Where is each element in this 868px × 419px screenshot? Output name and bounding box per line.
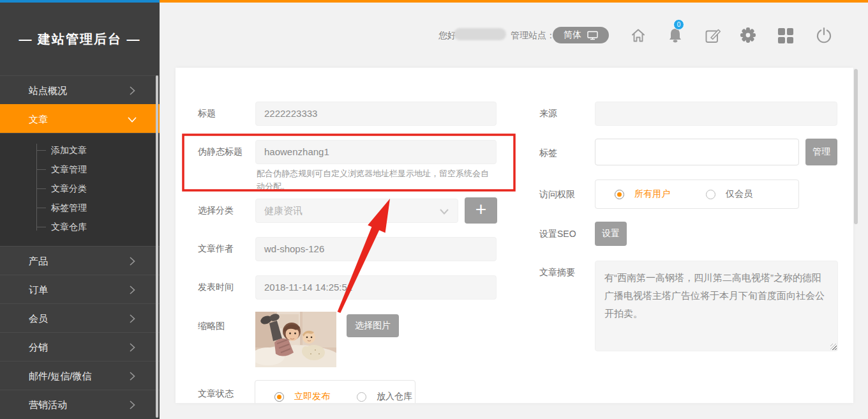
chevron-down-icon bbox=[440, 209, 449, 215]
gear-icon[interactable] bbox=[739, 26, 757, 47]
title-input[interactable]: 2222223333 bbox=[255, 102, 497, 126]
monitor-icon bbox=[587, 31, 598, 40]
summary-textarea[interactable]: 有“西南第一高钢塔，四川第二高电视塔”之称的德阳广播电视塔主塔广告位将于本月下旬… bbox=[595, 261, 838, 351]
notification-badge: 0 bbox=[673, 19, 684, 30]
choose-image-button[interactable]: 选择图片 bbox=[347, 314, 399, 337]
chevron-right-icon bbox=[130, 86, 135, 95]
sidebar: — 建站管理后台 — 站点概况 文章 添加文章 文章管理 文章分类 标签管理 文… bbox=[0, 3, 160, 419]
thumbnail-image[interactable] bbox=[255, 312, 336, 367]
chevron-right-icon bbox=[130, 400, 135, 409]
add-category-button[interactable]: + bbox=[465, 197, 497, 224]
sidebar-item-orders[interactable]: 订单 bbox=[0, 275, 160, 303]
home-icon[interactable] bbox=[629, 26, 647, 47]
sidebar-item-site-overview[interactable]: 站点概况 bbox=[0, 75, 160, 104]
submenu-item-label: 文章分类 bbox=[51, 183, 87, 194]
category-select[interactable]: 健康资讯 bbox=[255, 199, 458, 223]
article-edit-panel: 标题 2222223333 伪静态标题 haowenzhang1 配合伪静态规则… bbox=[176, 68, 853, 403]
chevron-right-icon bbox=[130, 257, 135, 266]
publish-time-label: 发表时间 bbox=[198, 282, 234, 293]
grid-square bbox=[778, 37, 785, 44]
submenu-item-label: 文章仓库 bbox=[51, 222, 87, 232]
source-label: 来源 bbox=[539, 108, 557, 119]
sidebar-item-mail-sms-wechat[interactable]: 邮件/短信/微信 bbox=[0, 361, 160, 390]
grid-square bbox=[778, 28, 785, 35]
sidebar-item-articles[interactable]: 文章 bbox=[0, 104, 160, 133]
topbar-orange bbox=[160, 0, 868, 3]
sidebar-item-label: 订单 bbox=[29, 284, 48, 295]
access-label: 访问权限 bbox=[539, 189, 575, 201]
edit-icon[interactable] bbox=[703, 26, 722, 48]
app-title: — 建站管理后台 — bbox=[0, 31, 160, 48]
submenu-item-label: 文章管理 bbox=[51, 164, 87, 174]
grid-square bbox=[787, 28, 794, 35]
seo-label: 设置SEO bbox=[539, 229, 576, 240]
sidebar-item-label: 产品 bbox=[29, 255, 48, 266]
sidebar-item-article-warehouse[interactable]: 文章仓库 bbox=[0, 217, 160, 236]
sidebar-item-article-category[interactable]: 文章分类 bbox=[0, 179, 160, 198]
chevron-right-icon bbox=[130, 286, 135, 294]
sidebar-menu: 站点概况 文章 添加文章 文章管理 文章分类 标签管理 文章仓库 产品 订单 会… bbox=[0, 75, 160, 418]
author-label: 文章作者 bbox=[198, 243, 234, 255]
access-option-group: 所有用户 仅会员 bbox=[595, 179, 799, 209]
summary-label: 文章摘要 bbox=[539, 267, 575, 278]
textarea-resize-handle[interactable] bbox=[830, 344, 837, 350]
sidebar-item-add-article[interactable]: 添加文章 bbox=[0, 141, 160, 160]
tags-input[interactable] bbox=[595, 139, 799, 165]
source-input[interactable] bbox=[595, 102, 837, 126]
sidebar-item-marketing[interactable]: 营销活动 bbox=[0, 390, 160, 418]
slug-label: 伪静态标题 bbox=[198, 146, 243, 158]
access-members-only-radio[interactable] bbox=[706, 190, 715, 199]
main-scrollbar[interactable] bbox=[854, 69, 858, 224]
sidebar-item-tag-manage[interactable]: 标签管理 bbox=[0, 198, 160, 217]
submenu-item-label: 添加文章 bbox=[51, 145, 87, 155]
status-label: 文章状态 bbox=[198, 388, 234, 400]
category-selected-value: 健康资讯 bbox=[264, 205, 303, 216]
articles-submenu: 添加文章 文章管理 文章分类 标签管理 文章仓库 bbox=[0, 133, 160, 246]
sidebar-item-members[interactable]: 会员 bbox=[0, 303, 160, 332]
sidebar-item-label: 分销 bbox=[29, 342, 48, 353]
chevron-right-icon bbox=[130, 314, 135, 323]
status-publish-label[interactable]: 立即发布 bbox=[294, 391, 330, 402]
manage-site-label: 管理站点： bbox=[511, 30, 555, 42]
slug-help-text: 配合伪静态规则可自定义浏览器地址栏显示地址，留空系统会自动分配。 bbox=[257, 167, 496, 193]
category-label: 选择分类 bbox=[198, 205, 234, 217]
access-members-only-label[interactable]: 仅会员 bbox=[726, 188, 752, 200]
author-input[interactable]: wd-shops-126 bbox=[255, 237, 497, 261]
submenu-item-label: 标签管理 bbox=[51, 202, 87, 213]
tags-label: 标签 bbox=[539, 148, 557, 159]
seo-settings-button[interactable]: 设置 bbox=[595, 222, 627, 246]
power-icon[interactable] bbox=[815, 26, 833, 47]
language-preview-button[interactable]: 简体 bbox=[553, 27, 609, 43]
sidebar-item-article-manage[interactable]: 文章管理 bbox=[0, 160, 160, 179]
status-publish-radio[interactable] bbox=[274, 392, 284, 402]
sidebar-item-label: 文章 bbox=[29, 114, 48, 125]
language-label: 简体 bbox=[564, 29, 581, 41]
grid-icon[interactable] bbox=[778, 28, 793, 43]
thumbnail-label: 缩略图 bbox=[198, 321, 225, 332]
sidebar-item-label: 邮件/短信/微信 bbox=[29, 370, 91, 381]
status-warehouse-label[interactable]: 放入仓库 bbox=[377, 391, 412, 402]
status-warehouse-radio[interactable] bbox=[357, 392, 366, 402]
publish-time-input[interactable]: 2018-11-14 14:25:51 bbox=[255, 275, 497, 300]
username-redacted bbox=[454, 28, 506, 40]
manage-tags-button[interactable]: 管理 bbox=[805, 139, 837, 165]
chevron-right-icon bbox=[130, 372, 135, 381]
chevron-right-icon bbox=[130, 343, 135, 352]
slug-input[interactable]: haowenzhang1 bbox=[255, 140, 497, 164]
chevron-down-icon bbox=[128, 117, 137, 123]
grid-square bbox=[787, 37, 794, 44]
sidebar-item-distribution[interactable]: 分销 bbox=[0, 332, 160, 361]
sidebar-item-label: 站点概况 bbox=[29, 85, 67, 96]
status-option-group: 立即发布 放入仓库 bbox=[255, 380, 415, 403]
sidebar-item-label: 会员 bbox=[29, 313, 48, 324]
sidebar-item-products[interactable]: 产品 bbox=[0, 246, 160, 275]
access-all-users-radio[interactable] bbox=[615, 190, 624, 199]
sidebar-scrollbar[interactable] bbox=[156, 75, 158, 418]
access-all-users-label[interactable]: 所有用户 bbox=[634, 188, 670, 200]
sidebar-item-label: 营销活动 bbox=[29, 399, 67, 410]
title-label: 标题 bbox=[198, 108, 216, 119]
